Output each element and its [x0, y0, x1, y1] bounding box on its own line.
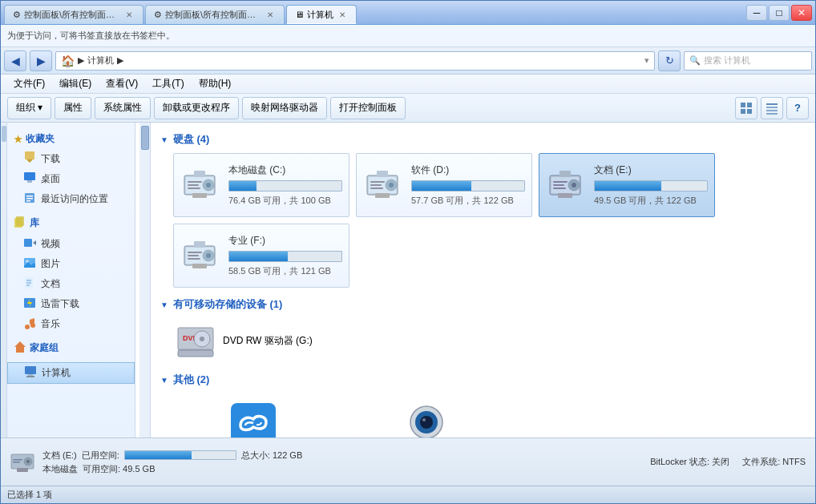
- svg-rect-58: [559, 171, 571, 177]
- dvd-drive-g[interactable]: DVD DVD RW 驱动器 (G:): [173, 318, 806, 363]
- sidebar-item-docs[interactable]: 文档: [7, 274, 135, 294]
- svg-point-53: [572, 183, 576, 187]
- tab-1-close[interactable]: ✕: [123, 10, 135, 21]
- drive-f[interactable]: 专业 (F:) 58.5 GB 可用，共 121 GB: [173, 224, 349, 288]
- svg-rect-14: [26, 200, 30, 202]
- sidebar-item-video[interactable]: 视频: [7, 234, 135, 254]
- back-button[interactable]: ◀: [4, 50, 26, 71]
- status-used-bar: [124, 450, 236, 460]
- address-suffix: ▶: [117, 55, 123, 66]
- sidebar-section-favorites: ★ 收藏夹 下载 桌面: [7, 129, 135, 209]
- sidebar-item-desktop-label: 桌面: [41, 172, 60, 186]
- refresh-button[interactable]: ↻: [658, 50, 681, 71]
- drive-d-icon: [363, 165, 403, 205]
- status-free-space: 可用空间: 49.5 GB: [83, 463, 155, 475]
- uninstall-button[interactable]: 卸载或更改程序: [154, 97, 239, 119]
- tab-1-label: 控制面板\所有控制面板项: [24, 9, 120, 21]
- sidebar-header-favorites[interactable]: ★ 收藏夹: [7, 129, 135, 149]
- svg-rect-40: [194, 171, 205, 177]
- svg-rect-64: [188, 255, 199, 256]
- drive-d[interactable]: 软件 (D:) 57.7 GB 可用，共 122 GB: [356, 153, 532, 217]
- tab-3-icon: 🖥: [295, 10, 304, 19]
- tab-1-icon: ⚙: [13, 10, 21, 20]
- status-local-disk: 本地磁盘: [42, 463, 78, 475]
- map-drive-button[interactable]: 映射网络驱动器: [242, 97, 327, 119]
- menu-tools[interactable]: 工具(T): [146, 75, 190, 92]
- drive-d-name: 软件 (D:): [411, 163, 525, 177]
- drive-e-info: 文档 (E:) 49.5 GB 可用，共 122 GB: [594, 163, 708, 207]
- scroll-thumb-left[interactable]: [2, 126, 6, 142]
- svg-rect-10: [27, 180, 32, 183]
- favorites-label: 收藏夹: [26, 132, 55, 146]
- menu-file[interactable]: 文件(F): [7, 75, 51, 92]
- refresh-icon: ↻: [665, 54, 674, 67]
- bookmark-bar: 为便于访问，可将书签直接放在书签栏中。: [1, 25, 815, 47]
- svg-rect-31: [26, 376, 34, 377]
- drive-e[interactable]: 文档 (E:) 49.5 GB 可用，共 122 GB: [539, 153, 715, 217]
- control-panel-button[interactable]: 打开控制面板: [330, 97, 406, 119]
- main-window: ⚙ 控制面板\所有控制面板项 ✕ ⚙ 控制面板\所有控制面板项 ✕ 🖥 计算机 …: [0, 0, 816, 504]
- titlebar: ⚙ 控制面板\所有控制面板项 ✕ ⚙ 控制面板\所有控制面板项 ✕ 🖥 计算机 …: [1, 1, 815, 25]
- sidebar-item-download[interactable]: 下载: [7, 149, 135, 169]
- other-arrow[interactable]: ▼: [160, 376, 168, 385]
- tab-2-close[interactable]: ✕: [265, 10, 276, 21]
- svg-rect-38: [188, 187, 200, 189]
- drive-e-size: 49.5 GB 可用，共 122 GB: [594, 195, 708, 207]
- drive-c-icon: [180, 165, 220, 205]
- drive-e-name: 文档 (E:): [594, 163, 708, 177]
- svg-rect-6: [766, 110, 778, 111]
- svg-rect-8: [25, 151, 34, 159]
- svg-marker-18: [33, 240, 36, 245]
- tab-2[interactable]: ⚙ 控制面板\所有控制面板项 ✕: [145, 5, 285, 24]
- sidebar-item-computer[interactable]: 计算机: [7, 362, 135, 384]
- properties-button[interactable]: 属性: [55, 97, 91, 119]
- view-details-button[interactable]: [761, 97, 783, 119]
- tab-3-label: 计算机: [307, 9, 333, 21]
- other-item-webcam[interactable]: 视频设备: [346, 393, 507, 437]
- tab-1[interactable]: ⚙ 控制面板\所有控制面板项 ✕: [4, 5, 143, 24]
- svg-rect-7: [766, 113, 778, 115]
- favorites-icon: ★: [14, 134, 22, 145]
- drive-c[interactable]: 本地磁盘 (C:) 76.4 GB 可用，共 100 GB: [173, 153, 349, 217]
- search-field[interactable]: 🔍 搜索 计算机: [684, 51, 812, 71]
- dropdown-arrow[interactable]: ▾: [644, 55, 649, 66]
- menu-help[interactable]: 帮助(H): [192, 75, 238, 92]
- hard-drives-header: ▼ 硬盘 (4): [160, 132, 806, 147]
- menu-view[interactable]: 查看(V): [99, 75, 144, 92]
- organize-button[interactable]: 组织 ▾: [7, 97, 51, 119]
- other-item-baidu[interactable]: 百度云管家 双击运行百度云管家: [173, 393, 333, 437]
- hard-drives-arrow[interactable]: ▼: [160, 135, 168, 144]
- sidebar-item-photos[interactable]: 图片: [7, 254, 135, 274]
- back-icon: ◀: [11, 54, 20, 67]
- sidebar-item-thunder[interactable]: 迅雷下载: [7, 294, 135, 314]
- view-toggle-button[interactable]: [735, 97, 757, 119]
- menu-edit[interactable]: 编辑(E): [53, 75, 98, 92]
- address-field[interactable]: 🏠 ▶ 计算机 ▶ ▾: [55, 51, 655, 71]
- content-scroll-thumb[interactable]: [141, 126, 149, 150]
- maximize-button[interactable]: □: [769, 5, 790, 21]
- sidebar-header-library[interactable]: 库: [7, 212, 135, 234]
- forward-icon: ▶: [37, 54, 46, 67]
- svg-rect-1: [747, 103, 752, 107]
- tab-3[interactable]: 🖥 计算机 ✕: [286, 5, 357, 24]
- sidebar-item-desktop[interactable]: 桌面: [7, 169, 135, 189]
- sidebar-item-music[interactable]: 音乐: [7, 314, 135, 334]
- tab-2-label: 控制面板\所有控制面板项: [165, 9, 261, 21]
- system-props-button[interactable]: 系统属性: [95, 97, 151, 119]
- tab-3-close[interactable]: ✕: [337, 9, 348, 20]
- drive-f-fill: [229, 252, 288, 261]
- other-title: 其他 (2): [173, 373, 210, 387]
- sidebar-item-recent[interactable]: 最近访问的位置: [7, 189, 135, 209]
- drive-c-size: 76.4 GB 可用，共 100 GB: [228, 195, 342, 207]
- help-button[interactable]: ?: [786, 97, 809, 119]
- svg-rect-47: [370, 187, 383, 189]
- minimize-button[interactable]: ─: [746, 5, 767, 21]
- forward-button[interactable]: ▶: [30, 50, 52, 71]
- drives-grid: 本地磁盘 (C:) 76.4 GB 可用，共 100 GB: [160, 153, 806, 288]
- close-button[interactable]: ✕: [791, 5, 812, 21]
- drive-e-bar: [594, 180, 708, 192]
- sidebar-header-homegroup[interactable]: 家庭组: [7, 337, 135, 359]
- drive-d-info: 软件 (D:) 57.7 GB 可用，共 122 GB: [411, 163, 525, 207]
- removable-arrow[interactable]: ▼: [160, 300, 168, 309]
- address-path: 计算机: [87, 54, 114, 67]
